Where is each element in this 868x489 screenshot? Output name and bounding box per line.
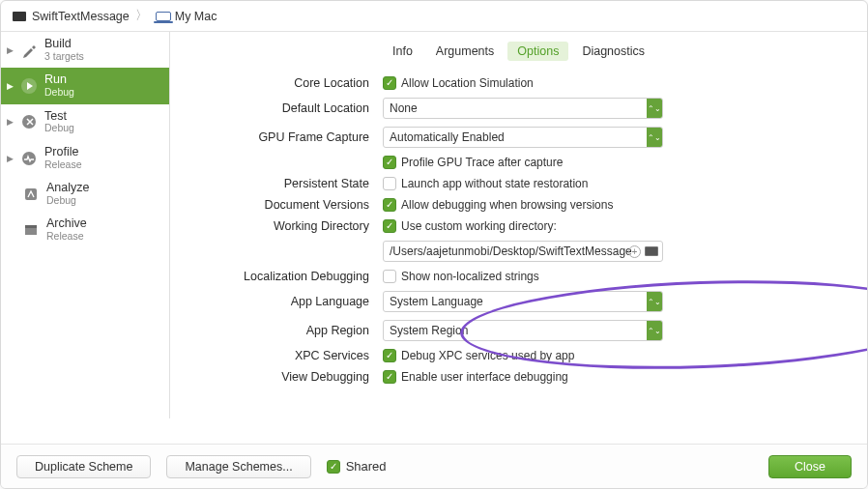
clear-icon[interactable]: + (628, 245, 641, 258)
sidebar-item-sublabel: Release (44, 159, 82, 171)
working-directory-path: /Users/aajetunmobi/Desktop/SwiftTextMess… (390, 244, 632, 258)
xpc-services-checkbox[interactable] (383, 349, 396, 362)
footer-bar: Duplicate Scheme Manage Schemes... Share… (1, 444, 867, 488)
sidebar-item-profile[interactable]: ▶ Profile Release (1, 140, 169, 176)
sidebar-item-label: Analyze (46, 182, 89, 195)
close-button[interactable]: Close (768, 455, 852, 478)
scheme-icon (13, 12, 26, 21)
sidebar-item-run[interactable]: ▶ Run Debug (1, 68, 169, 103)
sidebar-item-sublabel: Debug (46, 195, 89, 207)
app-region-value: System Region (390, 324, 468, 337)
gauge-icon (19, 149, 39, 168)
localization-debugging-label: Localization Debugging (170, 270, 383, 283)
manage-schemes-button[interactable]: Manage Schemes... (166, 455, 310, 478)
default-location-label: Default Location (170, 101, 383, 115)
default-location-value: None (390, 101, 418, 115)
gpu-frame-capture-select[interactable]: Automatically Enabled ⌃⌄ (383, 127, 663, 148)
mac-icon (156, 12, 171, 21)
view-debugging-text: Enable user interface debugging (401, 370, 568, 384)
chevron-updown-icon: ⌃⌄ (647, 321, 662, 340)
default-location-select[interactable]: None ⌃⌄ (383, 98, 663, 119)
working-directory-text: Use custom working directory: (401, 219, 557, 233)
sidebar-item-sublabel: Debug (44, 87, 74, 99)
analyze-icon (21, 185, 41, 204)
tab-diagnostics[interactable]: Diagnostics (572, 42, 654, 61)
shared-label: Shared (346, 459, 387, 474)
document-versions-label: Document Versions (170, 198, 383, 212)
app-region-select[interactable]: System Region ⌃⌄ (383, 320, 663, 341)
sidebar-item-label: Profile (44, 146, 82, 159)
sidebar-item-sublabel: Debug (44, 123, 74, 134)
gpu-frame-capture-value: Automatically Enabled (390, 130, 505, 144)
profile-gpu-checkbox[interactable] (383, 156, 396, 169)
shared-checkbox[interactable] (327, 460, 340, 474)
sidebar-item-test[interactable]: ▶ Test Debug (1, 104, 169, 140)
gpu-frame-capture-label: GPU Frame Capture (170, 130, 383, 144)
chevron-updown-icon: ⌃⌄ (647, 99, 662, 118)
localization-debugging-text: Show non-localized strings (401, 270, 539, 283)
scheme-action-sidebar: ▶ Build 3 targets ▶ Run Debug (1, 32, 170, 418)
sidebar-item-label: Build (44, 38, 84, 51)
persistent-state-label: Persistent State (170, 177, 383, 190)
app-region-label: App Region (170, 324, 383, 337)
chevron-updown-icon: ⌃⌄ (647, 292, 662, 311)
app-language-label: App Language (170, 295, 383, 308)
breadcrumb[interactable]: SwiftTextMessage 〉 My Mac (1, 1, 867, 32)
app-language-select[interactable]: System Language ⌃⌄ (383, 291, 663, 312)
folder-icon[interactable] (645, 246, 658, 256)
sidebar-item-archive[interactable]: Archive Release (1, 212, 169, 247)
xpc-services-label: XPC Services (170, 349, 383, 362)
options-tabbar: Info Arguments Options Diagnostics (170, 32, 867, 72)
play-icon (19, 76, 39, 96)
working-directory-checkbox[interactable] (383, 219, 396, 233)
sidebar-item-sublabel: 3 targets (44, 51, 84, 63)
document-versions-checkbox[interactable] (383, 198, 396, 212)
app-language-value: System Language (390, 295, 483, 308)
allow-location-checkbox[interactable] (383, 76, 396, 90)
view-debugging-checkbox[interactable] (383, 370, 396, 384)
core-location-label: Core Location (170, 76, 383, 90)
disclosure-icon[interactable]: ▶ (7, 154, 14, 163)
tab-options[interactable]: Options (507, 42, 568, 61)
disclosure-icon[interactable]: ▶ (7, 81, 14, 91)
working-directory-input[interactable]: /Users/aajetunmobi/Desktop/SwiftTextMess… (383, 241, 663, 262)
tab-arguments[interactable]: Arguments (426, 42, 504, 61)
breadcrumb-project: SwiftTextMessage (32, 10, 130, 23)
persistent-state-checkbox[interactable] (383, 177, 396, 190)
document-versions-text: Allow debugging when browsing versions (401, 198, 613, 212)
sidebar-item-label: Run (44, 73, 74, 87)
sidebar-item-sublabel: Release (46, 231, 87, 243)
wrench-icon (19, 112, 39, 131)
disclosure-icon[interactable]: ▶ (7, 117, 14, 127)
persistent-state-text: Launch app without state restoration (401, 177, 588, 190)
view-debugging-label: View Debugging (170, 370, 383, 384)
xpc-services-text: Debug XPC services used by app (401, 349, 574, 362)
archive-icon (21, 220, 41, 240)
svg-rect-5 (25, 225, 37, 228)
allow-location-text: Allow Location Simulation (401, 76, 534, 90)
localization-debugging-checkbox[interactable] (383, 270, 396, 283)
chevron-updown-icon: ⌃⌄ (647, 128, 662, 147)
sidebar-item-build[interactable]: ▶ Build 3 targets (1, 32, 169, 68)
sidebar-item-label: Archive (46, 217, 87, 231)
chevron-right-icon: 〉 (135, 8, 148, 24)
tab-info[interactable]: Info (383, 42, 422, 61)
profile-gpu-text: Profile GPU Trace after capture (401, 156, 563, 169)
duplicate-scheme-button[interactable]: Duplicate Scheme (16, 455, 151, 478)
sidebar-item-analyze[interactable]: Analyze Debug (1, 176, 169, 212)
breadcrumb-target: My Mac (175, 10, 217, 23)
working-directory-label: Working Directory (170, 219, 383, 233)
sidebar-item-label: Test (44, 110, 74, 124)
disclosure-icon[interactable]: ▶ (7, 45, 14, 55)
hammer-icon (19, 41, 39, 60)
